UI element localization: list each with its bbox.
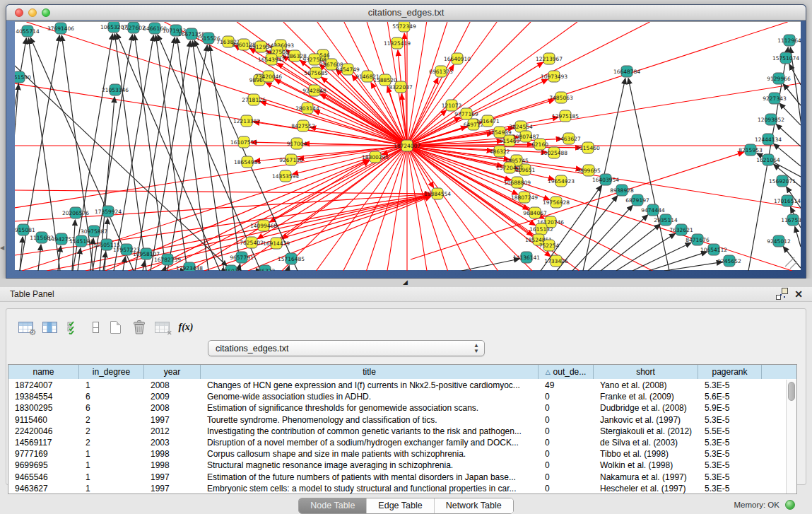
network-node[interactable]: 17359924 — [95, 206, 122, 217]
cell-out_degree[interactable]: 0 — [539, 472, 594, 482]
cell-out_degree[interactable]: 0 — [539, 449, 594, 459]
network-node[interactable]: 9245652 — [717, 255, 741, 267]
cell-in_degree[interactable]: 2 — [79, 426, 144, 436]
cell-pagerank[interactable]: 5.3E-5 — [698, 380, 762, 390]
scrollbar-thumb[interactable] — [788, 382, 795, 401]
table-row[interactable]: 2242004622012Investigating the contribut… — [8, 426, 785, 437]
float-panel-button[interactable] — [775, 288, 788, 300]
network-node[interactable]: 12923448 — [176, 262, 203, 271]
network-node[interactable]: 2718126 — [242, 94, 266, 105]
cell-title[interactable]: Estimation of significance thresholds fo… — [201, 403, 539, 413]
network-node[interactable]: 10654112 — [700, 244, 727, 255]
cell-out_degree[interactable]: 0 — [539, 415, 594, 425]
network-node[interactable]: 9245012 — [767, 235, 791, 247]
network-node[interactable]: 121072 — [442, 100, 462, 111]
network-node[interactable]: 186322 — [255, 265, 276, 271]
table-row[interactable]: 946554611997Estimation of the future num… — [8, 472, 785, 483]
cell-out_degree[interactable]: 49 — [539, 380, 594, 390]
network-node[interactable]: 8427552 — [291, 120, 315, 132]
cell-year[interactable]: 1998 — [144, 460, 201, 470]
cell-name[interactable]: 9465546 — [8, 472, 79, 482]
network-node[interactable]: 12975185 — [552, 110, 579, 122]
table-selector-dropdown[interactable]: citations_edges.txt ▲▼ — [208, 340, 485, 356]
network-node[interactable]: 4055714 — [16, 25, 40, 37]
cell-name[interactable]: 9777169 — [8, 449, 79, 459]
cell-title[interactable]: Corpus callosum shape and size in male p… — [201, 449, 539, 459]
cell-year[interactable]: 2008 — [144, 403, 201, 413]
network-node[interactable]: 19654923 — [548, 175, 575, 187]
cell-year[interactable]: 2009 — [144, 392, 201, 402]
network-canvas[interactable]: 4055714376914061065320715276026466160107… — [15, 21, 801, 270]
cell-in_degree[interactable]: 1 — [79, 449, 144, 459]
collapse-sidebar-icon[interactable]: ◀ — [0, 245, 4, 251]
network-node[interactable]: 14136141 — [513, 252, 540, 263]
network-node[interactable]: 9267130 — [279, 154, 303, 165]
network-node[interactable]: 2051530 — [15, 71, 31, 83]
cell-pagerank[interactable]: 5.5E-5 — [698, 426, 762, 436]
column-header-title[interactable]: title — [201, 365, 539, 379]
network-node[interactable]: 7485063 — [549, 92, 573, 103]
column-header-pagerank[interactable]: pagerank — [698, 365, 762, 379]
network-node[interactable]: 917004 — [287, 138, 307, 149]
network-node[interactable]: 3915081 — [15, 224, 35, 235]
network-node[interactable]: 15716485 — [278, 253, 305, 264]
network-node[interactable]: 6879197 — [625, 194, 649, 206]
network-node[interactable]: 12444134 — [755, 134, 782, 145]
table-row[interactable]: 1830029562008Estimation of significance … — [8, 402, 785, 414]
cell-short[interactable]: Tibbo et al. (1998) — [594, 449, 698, 459]
cell-in_degree[interactable]: 2 — [79, 415, 144, 425]
cell-pagerank[interactable]: 5.3E-5 — [698, 415, 762, 425]
network-node[interactable]: 12093852 — [758, 114, 784, 125]
cell-year[interactable]: 1997 — [144, 415, 201, 425]
cell-out_degree[interactable]: 0 — [539, 484, 594, 493]
column-header-name[interactable]: name — [8, 365, 79, 379]
network-node[interactable]: 18654985 — [234, 156, 261, 168]
cell-in_degree[interactable]: 1 — [79, 484, 144, 493]
cell-name[interactable]: 19384554 — [8, 392, 79, 402]
network-node[interactable]: 9474444 — [641, 204, 665, 216]
network-node[interactable]: 14353594 — [272, 170, 299, 182]
network-node[interactable]: 5572349 — [392, 22, 416, 32]
network-node[interactable]: 37691406 — [47, 23, 74, 34]
table-row[interactable]: 1872400712008Changes of HCN gene express… — [8, 380, 785, 391]
close-panel-button[interactable]: ✕ — [792, 288, 805, 300]
network-node[interactable]: 12213967 — [536, 53, 563, 64]
cell-pagerank[interactable]: 5.3E-5 — [698, 472, 762, 482]
column-header-year[interactable]: year — [144, 365, 201, 379]
network-node[interactable]: 9463627 — [557, 133, 581, 144]
cell-short[interactable]: Stergiakouli et al. (2012) — [594, 426, 698, 436]
table-settings-button[interactable]: ⚙ — [15, 317, 36, 337]
cell-pagerank[interactable]: 5.3E-5 — [698, 449, 762, 459]
show-columns-button[interactable] — [39, 317, 60, 337]
network-node[interactable]: 12213382 — [233, 115, 260, 127]
cell-title[interactable]: Tourette syndrome. Phenomenology and cla… — [201, 415, 539, 425]
network-node[interactable]: 21053346 — [102, 84, 129, 95]
window-titlebar[interactable]: citations_edges.txt — [6, 5, 806, 21]
network-node[interactable]: 9129966 — [767, 73, 791, 84]
network-node[interactable]: 15751074 — [772, 52, 799, 64]
network-node[interactable]: 10973493 — [541, 71, 567, 82]
network-node[interactable]: 16107553 — [230, 136, 257, 148]
cell-title[interactable]: Structural magnetic resonance image aver… — [201, 460, 539, 470]
cell-title[interactable]: Disruption of a novel member of a sodium… — [201, 438, 539, 448]
cell-out_degree[interactable]: 0 — [539, 438, 594, 448]
row-height-button[interactable] — [85, 317, 106, 337]
cell-year[interactable]: 1997 — [144, 484, 201, 493]
network-node[interactable]: 9227343 — [763, 93, 787, 104]
vertical-scrollbar[interactable] — [786, 380, 796, 493]
cell-name[interactable]: 14569117 — [8, 438, 79, 448]
cell-short[interactable]: Wolkin et al. (1998) — [594, 460, 698, 470]
cell-pagerank[interactable]: 5.3E-5 — [698, 460, 762, 470]
network-node[interactable]: 16640910 — [444, 53, 471, 64]
cell-year[interactable]: 2012 — [144, 426, 201, 436]
cell-pagerank[interactable]: 5.3E-5 — [698, 484, 762, 493]
cell-short[interactable]: Nakamura et al. (1997) — [594, 472, 698, 482]
network-node[interactable]: 1112964 — [777, 35, 801, 46]
cell-year[interactable]: 1998 — [144, 449, 201, 459]
cell-pagerank[interactable]: 5.3E-5 — [698, 438, 762, 448]
column-header-out_degree[interactable]: △out_de... — [539, 365, 594, 379]
cell-short[interactable]: Jankovic et al. (1997) — [594, 415, 698, 425]
cell-in_degree[interactable]: 6 — [79, 403, 144, 413]
table-row[interactable]: 911546021997Tourette syndrome. Phenomeno… — [8, 414, 785, 426]
cell-name[interactable]: 18724007 — [8, 380, 79, 390]
